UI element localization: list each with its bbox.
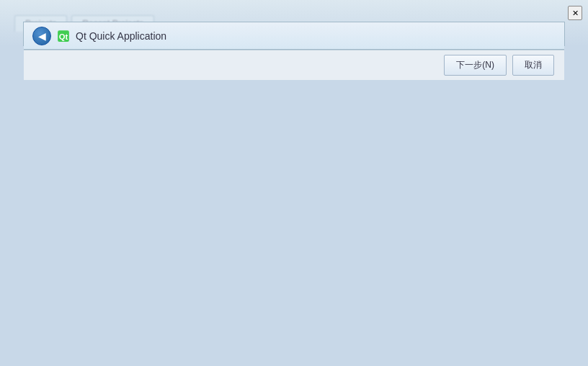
dialog-title: Qt Quick Application	[76, 30, 166, 42]
dialog-footer: 下一步(N) 取消	[24, 50, 564, 80]
title-bar-area: Projects Recent Projects ✕ ◀ Qt Qt Quick…	[0, 0, 588, 46]
cancel-button[interactable]: 取消	[512, 55, 554, 76]
qt-logo-icon: Qt	[57, 30, 70, 43]
svg-text:Qt: Qt	[59, 32, 68, 40]
next-button[interactable]: 下一步(N)	[444, 55, 507, 76]
back-button[interactable]: ◀	[32, 27, 51, 45]
dialog-titlebar: ◀ Qt Qt Quick Application	[24, 22, 564, 50]
window-close-button[interactable]: ✕	[568, 6, 582, 20]
